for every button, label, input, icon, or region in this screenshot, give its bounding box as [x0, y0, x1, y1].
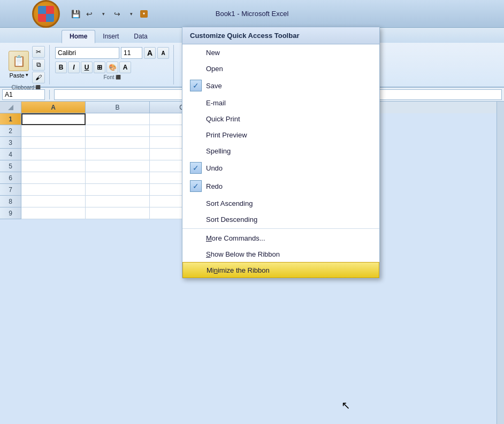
menu-separator-1	[182, 228, 379, 229]
menu-item-undo[interactable]: ✓ Undo	[182, 159, 379, 177]
menu-item-print-preview-label: Print Preview	[206, 131, 372, 139]
menu-item-redo[interactable]: ✓ Redo	[182, 177, 379, 195]
paste-label: Paste	[9, 72, 24, 79]
row-header-8[interactable]: 8	[0, 196, 21, 207]
row-header-9[interactable]: 9	[0, 207, 21, 219]
office-button[interactable]	[32, 0, 60, 28]
row-header-1[interactable]: 1	[0, 113, 21, 125]
cell-b1[interactable]	[86, 113, 150, 125]
font-name-box[interactable]: Calibri	[55, 47, 119, 59]
undo-arrow-icon: ▾	[97, 8, 109, 20]
font-color-button[interactable]: A	[119, 61, 131, 73]
menu-item-new-label: New	[206, 49, 372, 57]
cell-a4[interactable]	[21, 149, 86, 160]
menu-item-quick-print[interactable]: Quick Print	[182, 111, 379, 127]
redo-arrow-icon: ▾	[125, 8, 137, 20]
cell-a6[interactable]	[21, 172, 86, 184]
menu-item-print-preview[interactable]: Print Preview	[182, 127, 379, 143]
menu-item-spelling[interactable]: Spelling	[182, 143, 379, 159]
menu-item-save[interactable]: ✓ Save	[182, 76, 379, 95]
font-label: Font ⬛	[103, 74, 120, 80]
corner-cell	[0, 102, 21, 113]
border-button[interactable]: ⊞	[94, 61, 105, 73]
italic-button[interactable]: I	[68, 61, 80, 73]
menu-item-sort-asc[interactable]: Sort Ascending	[182, 195, 379, 211]
menu-item-spelling-label: Spelling	[206, 147, 372, 155]
checkmark-save: ✓	[190, 80, 202, 91]
font-expand-icon[interactable]: ⬛	[116, 75, 121, 80]
menu-item-sort-desc[interactable]: Sort Descending	[182, 211, 379, 227]
font-format-row: B I U ⊞ 🎨 A	[55, 61, 169, 73]
customize-qa-button[interactable]: ▾	[140, 10, 148, 18]
col-header-b[interactable]: B	[86, 102, 150, 113]
tab-data[interactable]: Data	[126, 30, 155, 43]
row-header-3[interactable]: 3	[0, 137, 21, 149]
tab-insert[interactable]: Insert	[95, 30, 126, 43]
decrease-font-button[interactable]: A	[157, 47, 169, 59]
paste-icon: 📋	[9, 51, 29, 71]
redo-qa-button[interactable]: ↪	[111, 8, 123, 20]
cell-b7[interactable]	[86, 184, 150, 196]
save-qa-button[interactable]: 💾	[70, 8, 81, 20]
menu-item-undo-label: Undo	[206, 164, 372, 172]
row-header-5[interactable]: 5	[0, 160, 21, 172]
name-box[interactable]: A1	[2, 89, 45, 100]
menu-item-open[interactable]: Open	[182, 60, 379, 76]
clipboard-group: 📋 Paste ▾ ✂ ⧉ 🖌 Clipboard ⬛	[3, 45, 50, 84]
cell-b6[interactable]	[86, 172, 150, 184]
cell-b9[interactable]	[86, 207, 150, 219]
cell-a2[interactable]	[21, 125, 86, 137]
increase-font-button[interactable]: A	[144, 47, 156, 59]
svg-marker-0	[8, 105, 13, 110]
context-menu-title: Customize Quick Access Toolbar	[182, 27, 379, 44]
menu-item-minimize-ribbon[interactable]: Minimize the Ribbon	[182, 262, 379, 278]
formula-divider	[49, 90, 50, 99]
clipboard-buttons: 📋 Paste ▾ ✂ ⧉ 🖌	[7, 46, 45, 83]
menu-item-show-below-label: Show Below the Ribbon	[206, 250, 372, 258]
menu-item-sort-asc-label: Sort Ascending	[206, 199, 372, 207]
paste-button[interactable]: 📋 Paste ▾	[7, 50, 30, 80]
menu-item-minimize-label: Minimize the Ribbon	[207, 266, 371, 274]
row-header-4[interactable]: 4	[0, 149, 21, 160]
format-painter-button[interactable]: 🖌	[32, 72, 45, 83]
fill-color-button[interactable]: 🎨	[106, 61, 118, 73]
cell-b4[interactable]	[86, 149, 150, 160]
office-logo	[38, 6, 54, 22]
cell-b5[interactable]	[86, 160, 150, 172]
row-header-7[interactable]: 7	[0, 184, 21, 196]
cell-a8[interactable]	[21, 196, 86, 207]
tab-home[interactable]: Home	[62, 30, 95, 43]
copy-button[interactable]: ⧉	[32, 59, 45, 71]
menu-item-save-label: Save	[206, 82, 372, 90]
cell-a9[interactable]	[21, 207, 86, 219]
menu-item-show-below[interactable]: Show Below the Ribbon	[182, 246, 379, 262]
underline-button[interactable]: U	[81, 61, 93, 73]
context-menu: Customize Quick Access Toolbar New Open …	[182, 27, 380, 279]
cell-a5[interactable]	[21, 160, 86, 172]
menu-item-email-label: E-mail	[206, 99, 372, 107]
cell-b3[interactable]	[86, 137, 150, 149]
cell-b8[interactable]	[86, 196, 150, 207]
title-bar: 💾 ↩ ▾ ↪ ▾ ▾ Book1 - Microsoft Excel	[0, 0, 504, 28]
cell-a3[interactable]	[21, 137, 86, 149]
checkmark-undo: ✓	[190, 162, 202, 174]
cell-a1[interactable]	[21, 113, 86, 125]
menu-item-more-commands-label: More Commands...	[206, 234, 372, 242]
cell-a7[interactable]	[21, 184, 86, 196]
cell-b2[interactable]	[86, 125, 150, 137]
menu-item-more-commands[interactable]: More Commands...	[182, 230, 379, 246]
menu-item-open-label: Open	[206, 65, 372, 73]
window-title: Book1 - Microsoft Excel	[216, 10, 289, 18]
clipboard-small-buttons: ✂ ⧉ 🖌	[32, 46, 45, 83]
menu-item-new[interactable]: New	[182, 44, 379, 60]
bold-button[interactable]: B	[55, 61, 67, 73]
undo-qa-button[interactable]: ↩	[83, 8, 95, 20]
cut-button[interactable]: ✂	[32, 46, 45, 58]
font-size-input[interactable]	[121, 47, 142, 59]
menu-item-email[interactable]: E-mail	[182, 95, 379, 111]
checkmark-redo: ✓	[190, 180, 202, 192]
row-header-6[interactable]: 6	[0, 172, 21, 184]
row-header-2[interactable]: 2	[0, 125, 21, 137]
vertical-scrollbar[interactable]	[497, 102, 504, 424]
col-header-a[interactable]: A	[21, 102, 86, 113]
